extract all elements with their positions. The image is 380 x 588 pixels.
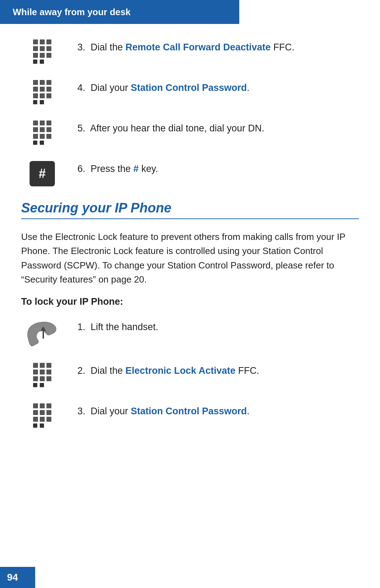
kp-dot bbox=[40, 423, 44, 428]
kp-dot bbox=[40, 370, 45, 375]
page-number: 94 bbox=[7, 572, 18, 583]
kp-dot bbox=[40, 410, 45, 415]
keypad-icon-3 bbox=[21, 38, 63, 64]
kp-dot bbox=[33, 383, 37, 387]
kp-dot bbox=[46, 53, 51, 58]
kp-dot bbox=[40, 417, 45, 422]
kp-dot bbox=[33, 134, 38, 139]
kp-dot bbox=[46, 120, 51, 125]
kp-dot bbox=[40, 60, 44, 64]
step-row-3: 3. Dial the Remote Call Forward Deactiva… bbox=[21, 38, 359, 64]
keypad-grid bbox=[33, 39, 51, 64]
step-b1-number: 1. bbox=[77, 322, 91, 332]
kp-dot bbox=[33, 417, 38, 422]
kp-dot bbox=[33, 410, 38, 415]
kp-dot bbox=[33, 370, 38, 375]
step-row-6: # 6. Press the # key. bbox=[21, 160, 359, 186]
kp-dot bbox=[33, 39, 38, 44]
keypad-icon-5 bbox=[21, 119, 63, 146]
step-b3-prefix: Dial your bbox=[91, 406, 131, 416]
step-3-prefix: Dial the bbox=[91, 42, 126, 52]
kp-dot bbox=[46, 403, 51, 408]
kp-dot bbox=[33, 93, 38, 98]
handset-icon-cell bbox=[21, 318, 63, 347]
kp-dot bbox=[33, 403, 38, 408]
kp-dot bbox=[33, 53, 38, 58]
step-6-prefix: Press the bbox=[91, 163, 134, 174]
kp-dot bbox=[46, 39, 51, 44]
kp-dot bbox=[40, 46, 45, 51]
kp-dot bbox=[40, 363, 45, 368]
step-6-hash: # bbox=[133, 163, 139, 174]
kp-dot bbox=[33, 100, 37, 104]
kp-dot bbox=[46, 46, 51, 51]
step-row-b3: 3. Dial your Station Control Password. bbox=[21, 402, 359, 428]
keypad-icon-b3 bbox=[21, 402, 63, 428]
step-b2-number: 2. bbox=[77, 365, 91, 376]
kp-dot bbox=[46, 363, 51, 368]
hash-key-icon: # bbox=[30, 161, 55, 186]
kp-dot bbox=[46, 370, 51, 375]
step-row-b1: 1. Lift the handset. bbox=[21, 318, 359, 347]
keypad-grid bbox=[33, 80, 51, 105]
step-6-suffix: key. bbox=[139, 163, 158, 174]
kp-dot bbox=[33, 363, 38, 368]
step-b3-text: 3. Dial your Station Control Password. bbox=[77, 402, 359, 419]
kp-dot bbox=[40, 127, 45, 132]
kp-dot bbox=[40, 376, 45, 381]
handset-icon bbox=[23, 319, 62, 347]
kp-dot bbox=[33, 120, 38, 125]
kp-dot bbox=[40, 403, 45, 408]
sub-heading: To lock your IP Phone: bbox=[21, 296, 359, 307]
step-4-link: Station Control Password bbox=[131, 82, 247, 93]
step-4-text: 4. Dial your Station Control Password. bbox=[77, 79, 359, 95]
kp-dot bbox=[33, 141, 37, 145]
kp-dot bbox=[40, 134, 45, 139]
keypad-grid bbox=[33, 403, 51, 428]
main-content: 3. Dial the Remote Call Forward Deactiva… bbox=[0, 24, 380, 457]
keypad-grid bbox=[33, 120, 51, 146]
kp-dot bbox=[40, 120, 45, 125]
kp-dot bbox=[40, 53, 45, 58]
kp-dot bbox=[46, 80, 51, 85]
step-3-link: Remote Call Forward Deactivate bbox=[126, 42, 271, 52]
page-footer: 94 bbox=[0, 567, 35, 588]
step-b2-suffix: FFC. bbox=[235, 365, 259, 376]
kp-dot bbox=[33, 60, 37, 64]
kp-dot bbox=[33, 376, 38, 381]
step-4-suffix: . bbox=[247, 82, 250, 93]
kp-dot bbox=[40, 141, 44, 145]
step-6-number: 6. bbox=[77, 163, 91, 174]
step-b2-prefix: Dial the bbox=[91, 365, 126, 376]
step-4-prefix: Dial your bbox=[91, 82, 131, 93]
kp-dot bbox=[33, 87, 38, 92]
keypad-icon-b2 bbox=[21, 361, 63, 388]
step-5-number: 5. bbox=[77, 123, 90, 134]
header-title: While away from your desk bbox=[13, 7, 131, 17]
step-3-text: 3. Dial the Remote Call Forward Deactiva… bbox=[77, 38, 359, 55]
step-row-5: 5. After you hear the dial tone, dial yo… bbox=[21, 119, 359, 146]
step-b1-text: 1. Lift the handset. bbox=[77, 318, 359, 334]
step-b1-plain: Lift the handset. bbox=[91, 322, 158, 332]
step-6-text: 6. Press the # key. bbox=[77, 160, 359, 176]
keypad-icon-4 bbox=[21, 79, 63, 105]
step-3-suffix: FFC. bbox=[271, 42, 294, 52]
kp-dot bbox=[46, 376, 51, 381]
kp-dot bbox=[40, 80, 45, 85]
step-row-b2: 2. Dial the Electronic Lock Activate FFC… bbox=[21, 361, 359, 388]
kp-dot bbox=[33, 46, 38, 51]
section-body: Use the Electronic Lock feature to preve… bbox=[21, 230, 359, 286]
kp-dot bbox=[40, 383, 44, 387]
step-row-4: 4. Dial your Station Control Password. bbox=[21, 79, 359, 105]
hash-icon-cell: # bbox=[21, 160, 63, 186]
step-b3-number: 3. bbox=[77, 406, 91, 416]
kp-dot bbox=[46, 410, 51, 415]
kp-dot bbox=[40, 93, 45, 98]
step-b2-link: Electronic Lock Activate bbox=[126, 365, 236, 376]
step-b3-link: Station Control Password bbox=[131, 406, 247, 416]
keypad-grid bbox=[33, 363, 51, 388]
kp-dot bbox=[40, 87, 45, 92]
step-b2-text: 2. Dial the Electronic Lock Activate FFC… bbox=[77, 361, 359, 378]
kp-dot bbox=[40, 39, 45, 44]
kp-dot bbox=[46, 93, 51, 98]
